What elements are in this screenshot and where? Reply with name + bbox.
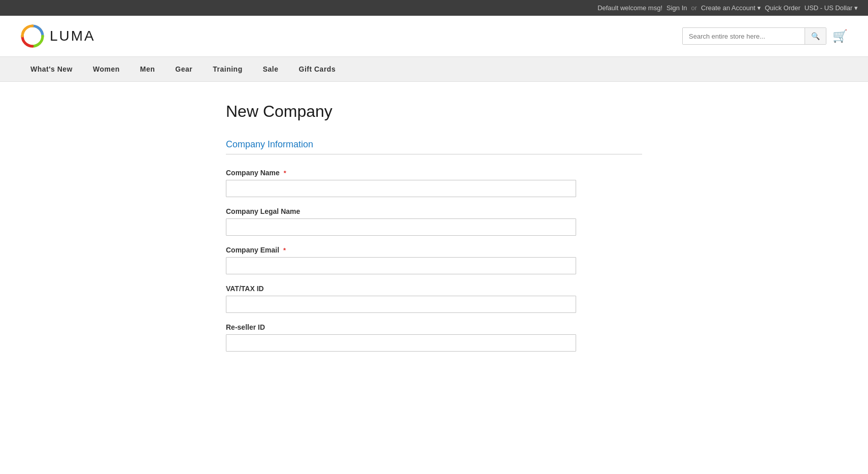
nav-item-sale[interactable]: Sale [253, 57, 289, 81]
or-separator: or [691, 4, 697, 12]
site-header: LUMA 🔍 🛒 [0, 16, 868, 57]
reseller-id-field: Re-seller ID [226, 323, 642, 352]
company-legal-name-label: Company Legal Name [226, 207, 642, 215]
required-indicator: * [283, 246, 286, 254]
company-legal-name-field: Company Legal Name [226, 207, 642, 236]
main-navigation: What's New Women Men Gear Training Sale … [0, 57, 868, 82]
nav-item-women[interactable]: Women [83, 57, 130, 81]
create-account-link[interactable]: Create an Account ▾ [701, 4, 761, 12]
company-information-section: Company Information Company Name * Compa… [226, 139, 642, 352]
reseller-id-label: Re-seller ID [226, 323, 642, 331]
main-content: New Company Company Information Company … [206, 82, 662, 382]
company-name-field: Company Name * [226, 169, 642, 197]
company-name-input[interactable] [226, 180, 576, 197]
vat-tax-id-field: VAT/TAX ID [226, 285, 642, 313]
section-title: Company Information [226, 139, 642, 150]
top-bar: Default welcome msg! Sign In or Create a… [0, 0, 868, 16]
nav-item-whats-new[interactable]: What's New [20, 57, 83, 81]
logo[interactable]: LUMA [20, 24, 95, 48]
welcome-message: Default welcome msg! [597, 4, 662, 12]
sign-in-link[interactable]: Sign In [666, 4, 687, 12]
cart-button[interactable]: 🛒 [832, 29, 848, 43]
search-button[interactable]: 🔍 [805, 28, 826, 44]
nav-list: What's New Women Men Gear Training Sale … [20, 57, 848, 81]
vat-tax-id-label: VAT/TAX ID [226, 285, 642, 293]
search-container: 🔍 [682, 27, 826, 45]
search-input[interactable] [683, 28, 805, 44]
quick-order-link[interactable]: Quick Order [765, 4, 800, 12]
section-divider [226, 154, 642, 154]
header-right: 🔍 🛒 [682, 27, 848, 45]
company-email-field: Company Email * [226, 246, 642, 274]
logo-icon [20, 24, 45, 48]
page-title: New Company [226, 102, 642, 121]
chevron-down-icon: ▾ [757, 4, 761, 12]
vat-tax-id-input[interactable] [226, 296, 576, 313]
company-legal-name-input[interactable] [226, 218, 576, 236]
nav-item-gift-cards[interactable]: Gift Cards [289, 57, 346, 81]
cart-icon: 🛒 [832, 29, 848, 43]
logo-text: LUMA [50, 28, 95, 44]
reseller-id-input[interactable] [226, 334, 576, 352]
search-icon: 🔍 [811, 32, 820, 40]
chevron-down-icon: ▾ [854, 4, 858, 12]
currency-selector[interactable]: USD - US Dollar ▾ [805, 4, 858, 12]
nav-item-gear[interactable]: Gear [165, 57, 203, 81]
required-indicator: * [284, 169, 286, 177]
company-email-input[interactable] [226, 257, 576, 274]
company-email-label: Company Email * [226, 246, 642, 254]
nav-item-men[interactable]: Men [130, 57, 165, 81]
nav-item-training[interactable]: Training [203, 57, 252, 81]
company-name-label: Company Name * [226, 169, 642, 177]
